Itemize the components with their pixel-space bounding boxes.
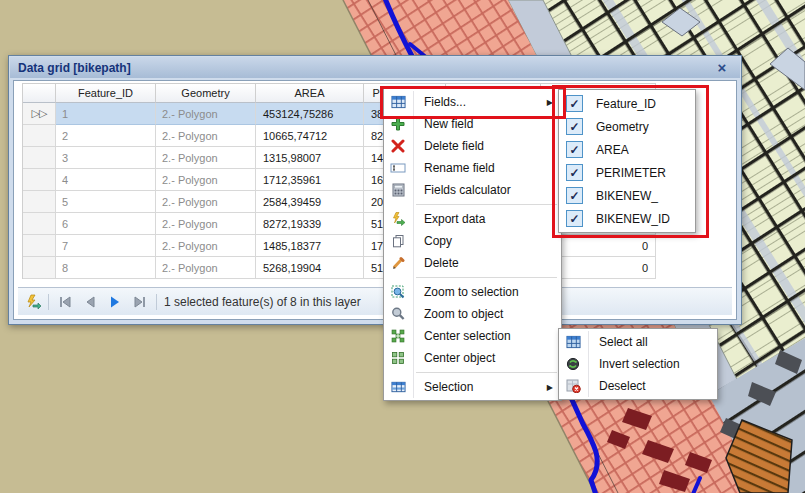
first-record-button[interactable] xyxy=(56,293,74,311)
table-cell[interactable]: 2.- Polygon xyxy=(156,213,256,235)
table-cell[interactable]: 8272,19339 xyxy=(256,213,364,235)
field-toggle-area[interactable]: ✓ AREA xyxy=(559,138,695,161)
table-cell[interactable]: 5 xyxy=(56,191,156,213)
menu-item-rename-field[interactable]: Rename field xyxy=(385,157,560,179)
field-label: Feature_ID xyxy=(596,97,656,111)
field-toggle-bikenew[interactable]: ✓ BIKENEW_ xyxy=(559,184,695,207)
table-cell[interactable]: 2.- Polygon xyxy=(156,191,256,213)
menu-item-label: Deselect xyxy=(599,379,646,393)
table-cell[interactable]: 7 xyxy=(56,235,156,257)
menu-item-export-data[interactable]: Export data xyxy=(385,208,560,230)
table-cell[interactable]: 2.- Polygon xyxy=(156,103,256,125)
row-indicator[interactable] xyxy=(23,147,56,169)
menu-item-label: Rename field xyxy=(424,161,495,175)
row-indicator[interactable] xyxy=(23,257,56,279)
menu-item-deselect[interactable]: Deselect xyxy=(560,375,716,397)
selection-submenu: Select all Invert selection Deselect xyxy=(558,328,718,400)
menu-item-label: Fields... xyxy=(424,95,466,109)
status-separator xyxy=(48,294,49,310)
field-toggle-bikenew-id[interactable]: ✓ BIKENEW_ID xyxy=(559,207,695,230)
table-cell[interactable]: 1 xyxy=(56,103,156,125)
table-cell[interactable]: 453124,75286 xyxy=(256,103,364,125)
table-cell[interactable]: 6 xyxy=(56,213,156,235)
field-toggle-perimeter[interactable]: ✓ PERIMETER xyxy=(559,161,695,184)
status-separator xyxy=(156,294,157,310)
selection-status-text: 1 selected feature(s) of 8 in this layer xyxy=(164,295,361,309)
column-header-area[interactable]: AREA xyxy=(256,84,364,103)
menu-item-delete[interactable]: Delete xyxy=(385,252,560,274)
table-cell[interactable]: 1485,18377 xyxy=(256,235,364,257)
field-label: Geometry xyxy=(596,120,649,134)
apply-changes-icon[interactable] xyxy=(25,294,41,310)
row-indicator[interactable]: ▷▷ xyxy=(23,103,56,125)
menu-item-label: Delete field xyxy=(424,139,484,153)
table-cell[interactable]: 4 xyxy=(56,169,156,191)
close-icon[interactable]: × xyxy=(713,58,731,76)
menu-separator xyxy=(416,372,557,373)
table-cell[interactable]: 2.- Polygon xyxy=(156,169,256,191)
menu-item-fields[interactable]: Fields... ▶ xyxy=(385,91,560,113)
checkbox-checked-icon[interactable]: ✓ xyxy=(566,118,583,135)
row-indicator[interactable] xyxy=(23,191,56,213)
grid-context-menu: Fields... ▶ New field Delete field Renam… xyxy=(383,88,562,401)
table-cell[interactable]: 2584,39459 xyxy=(256,191,364,213)
submenu-arrow-icon: ▶ xyxy=(547,383,553,392)
row-indicator[interactable] xyxy=(23,235,56,257)
table-cell[interactable]: 2 xyxy=(56,125,156,147)
table-cell[interactable]: 1712,35961 xyxy=(256,169,364,191)
window-titlebar[interactable]: Data grid [bikepath] xyxy=(10,57,740,78)
menu-item-fields-calculator[interactable]: Fields calculator xyxy=(385,179,560,201)
table-cell[interactable]: 5268,19904 xyxy=(256,257,364,279)
checkbox-checked-icon[interactable]: ✓ xyxy=(566,187,583,204)
table-cell[interactable]: 8 xyxy=(56,257,156,279)
menu-item-label: Center object xyxy=(424,351,495,365)
menu-item-center-object[interactable]: Center object xyxy=(385,347,560,369)
field-label: PERIMETER xyxy=(596,166,666,180)
menu-item-center-selection[interactable]: Center selection xyxy=(385,325,560,347)
row-indicator[interactable] xyxy=(23,169,56,191)
field-label: BIKENEW_ID xyxy=(596,212,670,226)
menu-item-selection[interactable]: Selection ▶ xyxy=(385,376,560,398)
field-toggle-feature-id[interactable]: ✓ Feature_ID xyxy=(559,92,695,115)
checkbox-checked-icon[interactable]: ✓ xyxy=(566,141,583,158)
table-cell[interactable]: 2.- Polygon xyxy=(156,235,256,257)
table-cell[interactable]: 2.- Polygon xyxy=(156,147,256,169)
menu-item-label: Export data xyxy=(424,212,485,226)
checkbox-checked-icon[interactable]: ✓ xyxy=(566,164,583,181)
column-header-geometry[interactable]: Geometry xyxy=(156,84,256,103)
center-object-icon xyxy=(385,351,411,365)
table-cell[interactable]: 1315,98007 xyxy=(256,147,364,169)
table-cell[interactable]: 2.- Polygon xyxy=(156,257,256,279)
fields-calculator-icon xyxy=(385,183,411,197)
previous-record-button[interactable] xyxy=(81,293,99,311)
menu-item-select-all[interactable]: Select all xyxy=(560,331,716,353)
checkbox-checked-icon[interactable]: ✓ xyxy=(566,210,583,227)
menu-item-invert-selection[interactable]: Invert selection xyxy=(560,353,716,375)
menu-item-label: Zoom to object xyxy=(424,307,503,321)
menu-item-label: Delete xyxy=(424,256,459,270)
checkbox-checked-icon[interactable]: ✓ xyxy=(566,95,583,112)
menu-item-zoom-to-object[interactable]: Zoom to object xyxy=(385,303,560,325)
menu-item-label: Selection xyxy=(424,380,473,394)
table-cell[interactable]: 2.- Polygon xyxy=(156,125,256,147)
menu-item-copy[interactable]: Copy xyxy=(385,230,560,252)
menu-item-delete-field[interactable]: Delete field xyxy=(385,135,560,157)
fields-table-icon xyxy=(385,95,411,109)
last-record-button[interactable] xyxy=(131,293,149,311)
table-cell[interactable]: 10665,74712 xyxy=(256,125,364,147)
deselect-icon xyxy=(560,379,586,393)
column-header-corner[interactable] xyxy=(23,84,56,103)
zoom-to-selection-icon xyxy=(385,285,411,299)
field-label: AREA xyxy=(596,143,629,157)
menu-item-label: Fields calculator xyxy=(424,183,511,197)
new-field-icon xyxy=(385,117,411,131)
field-toggle-geometry[interactable]: ✓ Geometry xyxy=(559,115,695,138)
row-indicator[interactable] xyxy=(23,213,56,235)
menu-item-new-field[interactable]: New field xyxy=(385,113,560,135)
table-cell[interactable]: 3 xyxy=(56,147,156,169)
column-header-feature-id[interactable]: Feature_ID xyxy=(56,84,156,103)
menu-item-label: Select all xyxy=(599,335,648,349)
row-indicator[interactable] xyxy=(23,125,56,147)
menu-item-zoom-to-selection[interactable]: Zoom to selection xyxy=(385,281,560,303)
next-record-button[interactable] xyxy=(106,293,124,311)
